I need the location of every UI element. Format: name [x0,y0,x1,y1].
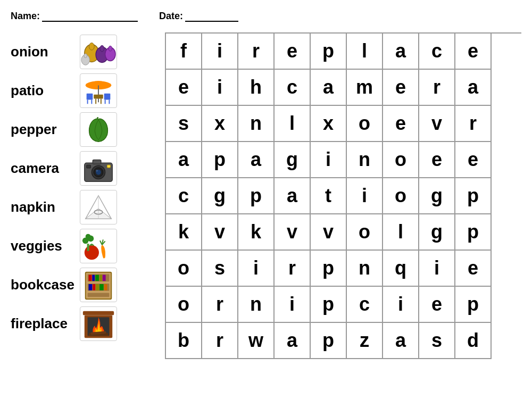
grid-cell-2-7[interactable]: v [419,106,455,142]
grid-cell-8-6[interactable]: a [383,323,419,359]
grid-cell-0-3[interactable]: e [275,34,311,70]
grid-cell-1-8[interactable]: a [455,70,492,106]
grid-cell-5-1[interactable]: v [202,214,238,251]
grid-cell-7-6[interactable]: i [383,287,419,323]
grid-cell-6-1[interactable]: s [202,251,238,287]
grid-cell-2-1[interactable]: x [202,106,238,142]
grid-cell-3-7[interactable]: e [419,142,455,178]
grid-cell-7-1[interactable]: r [202,287,238,323]
grid-cell-4-6[interactable]: o [383,178,419,214]
grid-cell-1-4[interactable]: a [311,70,347,106]
grid-cell-8-2[interactable]: w [238,323,275,359]
grid-cell-7-4[interactable]: p [311,287,347,323]
name-field: Name: [11,11,138,22]
grid-cell-8-3[interactable]: a [275,323,311,359]
grid-cell-8-5[interactable]: z [347,323,383,359]
grid-cell-5-0[interactable]: k [166,214,202,251]
svg-point-39 [86,234,91,239]
grid-cell-2-2[interactable]: n [238,106,275,142]
grid-cell-5-4[interactable]: v [311,214,347,251]
grid-cell-7-0[interactable]: o [166,287,202,323]
grid-cell-6-2[interactable]: i [238,251,275,287]
grid-cell-2-0[interactable]: s [166,106,202,142]
grid-cell-3-0[interactable]: a [166,142,202,178]
word-item-camera: camera [11,149,154,188]
svg-rect-47 [95,275,99,281]
grid-cell-2-5[interactable]: o [347,106,383,142]
grid-cell-8-7[interactable]: s [419,323,455,359]
grid-cell-4-5[interactable]: i [347,178,383,214]
grid-cell-6-8[interactable]: e [455,251,492,287]
grid-cell-6-4[interactable]: p [311,251,347,287]
grid-cell-4-1[interactable]: g [202,178,238,214]
veggies-icon [80,229,117,263]
grid-cell-4-8[interactable]: p [455,178,492,214]
grid-cell-3-2[interactable]: a [238,142,275,178]
grid-cell-0-4[interactable]: p [311,34,347,70]
grid-cell-7-8[interactable]: p [455,287,492,323]
grid-cell-7-7[interactable]: e [419,287,455,323]
name-label: Name: [11,11,40,22]
grid-cell-6-6[interactable]: q [383,251,419,287]
grid-cell-8-1[interactable]: r [202,323,238,359]
grid-cell-5-2[interactable]: k [238,214,275,251]
grid-cell-8-4[interactable]: p [311,323,347,359]
word-image-pepper [80,112,117,147]
grid-cell-0-6[interactable]: a [383,34,419,70]
grid-cell-5-8[interactable]: p [455,214,492,251]
grid-cell-5-6[interactable]: l [383,214,419,251]
grid-cell-6-0[interactable]: o [166,251,202,287]
date-input-line [185,11,238,22]
grid-cell-0-8[interactable]: e [455,34,492,70]
grid-cell-3-1[interactable]: p [202,142,238,178]
grid-cell-2-4[interactable]: x [311,106,347,142]
grid-cell-0-0[interactable]: f [166,34,202,70]
word-image-onion [80,35,117,69]
grid-cell-4-7[interactable]: g [419,178,455,214]
grid-cell-5-3[interactable]: v [275,214,311,251]
grid-cell-4-3[interactable]: a [275,178,311,214]
svg-point-3 [100,45,104,52]
grid-cell-3-3[interactable]: g [275,142,311,178]
grid-cell-4-0[interactable]: c [166,178,202,214]
grid-cell-5-5[interactable]: o [347,214,383,251]
grid-cell-1-1[interactable]: i [202,70,238,106]
grid-cell-1-7[interactable]: r [419,70,455,106]
grid-cell-6-7[interactable]: i [419,251,455,287]
grid-cell-1-0[interactable]: e [166,70,202,106]
grid-cell-4-2[interactable]: p [238,178,275,214]
grid-cell-1-5[interactable]: m [347,70,383,106]
grid-cell-4-4[interactable]: t [311,178,347,214]
grid-cell-7-5[interactable]: c [347,287,383,323]
grid-cell-7-3[interactable]: i [275,287,311,323]
bookcase-icon [80,268,117,302]
grid-cell-2-3[interactable]: l [275,106,311,142]
grid-cell-8-0[interactable]: b [166,323,202,359]
svg-rect-49 [103,275,106,281]
grid-cell-6-3[interactable]: r [275,251,311,287]
grid-cell-1-3[interactable]: c [275,70,311,106]
grid-cell-0-7[interactable]: c [419,34,455,70]
grid-cell-0-5[interactable]: l [347,34,383,70]
svg-point-35 [85,245,99,260]
grid-cell-8-8[interactable]: d [455,323,492,359]
word-item-napkin: napkin [11,188,154,227]
grid-cell-2-8[interactable]: r [455,106,492,142]
grid-cell-0-2[interactable]: r [238,34,275,70]
grid-cell-6-5[interactable]: n [347,251,383,287]
grid-cell-3-8[interactable]: e [455,142,492,178]
grid-cell-7-2[interactable]: n [238,287,275,323]
grid-cell-5-7[interactable]: g [419,214,455,251]
word-label-onion: onion [11,44,74,60]
word-image-camera [80,151,117,186]
grid-cell-3-4[interactable]: i [311,142,347,178]
svg-rect-40 [87,244,89,251]
word-label-napkin: napkin [11,199,74,215]
grid-cell-1-2[interactable]: h [238,70,275,106]
grid-cell-1-6[interactable]: e [383,70,419,106]
grid-cell-2-6[interactable]: e [383,106,419,142]
svg-rect-26 [87,165,91,168]
grid-cell-0-1[interactable]: i [202,34,238,70]
grid-cell-3-5[interactable]: n [347,142,383,178]
grid-cell-3-6[interactable]: o [383,142,419,178]
